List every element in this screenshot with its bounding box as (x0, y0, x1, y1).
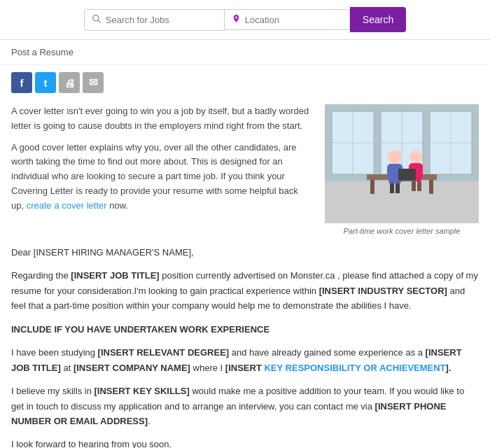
svg-line-1 (98, 20, 101, 22)
twitter-share-button[interactable]: t (35, 72, 56, 93)
header: Search (0, 0, 490, 40)
letter-paragraph-3: I believe my skills in [INSERT KEY SKILL… (11, 384, 479, 428)
svg-rect-12 (325, 181, 479, 223)
search-jobs-wrapper (84, 9, 224, 31)
image-caption: Part-time work cover letter sample (325, 227, 479, 235)
post-resume-bar: Post a Resume (0, 40, 490, 65)
main-content: A cover letter isn't ever going to win y… (0, 97, 490, 448)
letter-paragraph-2: I have been studying [INSERT RELEVANT DE… (11, 345, 479, 375)
letter-closing-1: I look forward to hearing from you soon. (11, 437, 479, 448)
svg-rect-21 (396, 183, 400, 193)
svg-rect-14 (370, 180, 374, 194)
office-image-block: Part-time work cover letter sample (325, 104, 479, 235)
intro-paragraph-2: A good cover letter explains why you, ov… (11, 141, 311, 214)
location-input[interactable] (245, 15, 342, 25)
svg-rect-25 (418, 164, 423, 177)
letter-salutation: Dear [INSERT HIRING MANAGER'S NAME], (11, 245, 479, 260)
intro-text: A cover letter isn't ever going to win y… (11, 104, 311, 235)
search-icon (92, 14, 102, 26)
office-image (325, 104, 479, 223)
work-experience-heading: INCLUDE IF YOU HAVE UNDERTAKEN WORK EXPE… (11, 322, 479, 337)
svg-rect-27 (417, 181, 421, 191)
svg-rect-20 (390, 183, 394, 193)
svg-rect-28 (398, 169, 416, 180)
svg-point-16 (388, 150, 402, 164)
post-resume-link[interactable]: Post a Resume (11, 47, 74, 57)
intro-paragraph-1: A cover letter isn't ever going to win y… (11, 104, 311, 134)
facebook-share-button[interactable]: f (11, 72, 32, 93)
location-wrapper (224, 9, 350, 30)
svg-rect-15 (429, 180, 433, 194)
print-button[interactable]: 🖨 (59, 72, 80, 93)
search-button[interactable]: Search (350, 7, 406, 32)
create-cover-letter-link[interactable]: create a cover letter (27, 200, 107, 211)
social-icons-bar: f t 🖨 ✉ (0, 65, 490, 97)
svg-rect-26 (412, 181, 416, 191)
letter-paragraph-1: Regarding the [INSERT JOB TITLE] positio… (11, 268, 479, 313)
letter-body: Dear [INSERT HIRING MANAGER'S NAME], Reg… (11, 245, 479, 448)
svg-rect-29 (398, 180, 416, 181)
search-jobs-input[interactable] (106, 15, 217, 25)
svg-rect-18 (387, 165, 393, 179)
svg-point-0 (93, 15, 99, 20)
email-share-button[interactable]: ✉ (83, 72, 104, 93)
location-icon (232, 14, 241, 25)
intro-layout: A cover letter isn't ever going to win y… (11, 104, 479, 235)
svg-point-22 (410, 150, 422, 163)
